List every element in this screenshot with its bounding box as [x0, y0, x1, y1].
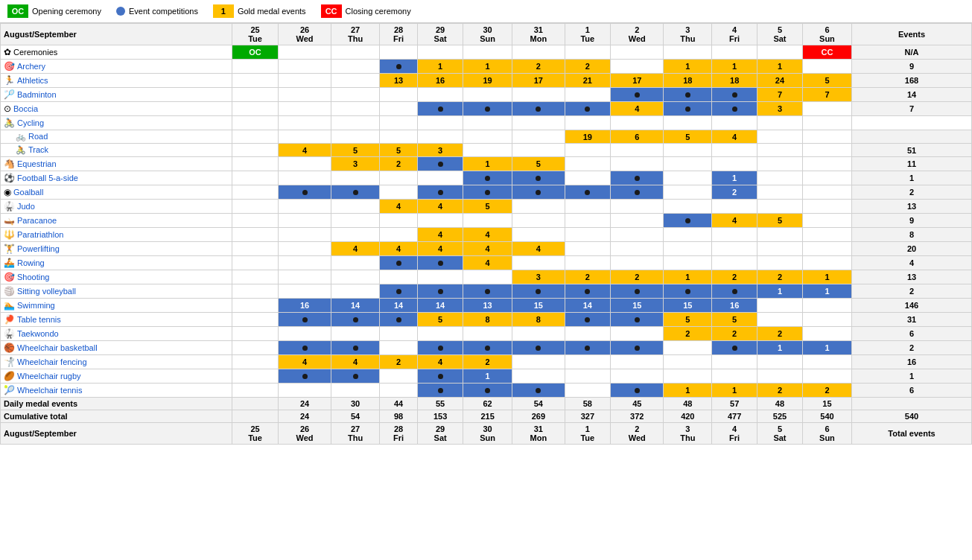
sport-link[interactable]: Paracanoe [17, 216, 57, 225]
schedule-cell [664, 341, 712, 355]
schedule-cell [232, 171, 279, 185]
cycling-sub-icon: 🚴 [16, 145, 26, 154]
schedule-cell [379, 45, 417, 60]
schedule-cell [565, 256, 611, 270]
schedule-cell [802, 242, 851, 256]
schedule-cell: 5 [379, 144, 417, 157]
schedule-cell [463, 144, 512, 157]
schedule-cell [331, 88, 380, 102]
sport-link[interactable]: Archery [17, 62, 45, 71]
schedule-cell [611, 60, 664, 74]
schedule-cell: 4 [418, 228, 463, 242]
sport-link[interactable]: Wheelchair basketball [17, 343, 98, 352]
schedule-cell: 17 [611, 74, 664, 88]
schedule-cell [418, 185, 463, 200]
schedule-cell [331, 130, 380, 144]
schedule-cell [664, 355, 712, 369]
schedule-cell [379, 369, 417, 384]
schedule-cell: 2 [379, 355, 417, 369]
sport-link[interactable]: Powerlifting [17, 244, 60, 253]
bottom-date-cell: 25Tue [232, 423, 279, 445]
schedule-cell [712, 88, 757, 102]
sport-link[interactable]: Boccia [13, 104, 38, 113]
cumulative-cell: 420 [664, 410, 712, 423]
table-row: 🚴Track455351 [1, 144, 972, 157]
sport-icon: 🥋 [4, 201, 15, 211]
schedule-cell [565, 313, 611, 327]
schedule-cell [664, 88, 712, 102]
schedule-cell [802, 200, 851, 214]
cycling-link[interactable]: Cycling [17, 118, 44, 127]
events-total: 16 [852, 355, 972, 369]
events-total: 31 [852, 313, 972, 327]
schedule-cell: 18 [712, 74, 757, 88]
schedule-cell [331, 45, 380, 60]
sport-link[interactable]: Wheelchair fencing [17, 357, 87, 366]
sport-link[interactable]: Taekwondo [17, 329, 59, 338]
schedule-cell [712, 157, 757, 171]
schedule-cell: 2 [757, 270, 803, 284]
day-31: 31Mon [512, 24, 565, 45]
schedule-cell: 2 [463, 355, 512, 369]
daily-medal-cell: 45 [611, 398, 664, 410]
sport-link[interactable]: Equestrian [17, 159, 57, 168]
schedule-cell: 13 [463, 299, 512, 313]
schedule-cell [379, 102, 417, 116]
sport-link[interactable]: Table tennis [17, 315, 61, 324]
events-total: 11 [852, 157, 972, 171]
schedule-cell [379, 384, 417, 398]
schedule-cell [565, 369, 611, 384]
event-dot [536, 176, 541, 181]
cycling-sport-label[interactable]: 🚴Cycling [1, 116, 232, 130]
sport-link[interactable]: Football 5-a-side [17, 174, 78, 182]
sport-link[interactable]: Judo [17, 202, 35, 211]
event-dot [396, 317, 401, 322]
sport-link[interactable]: Shooting [17, 273, 49, 281]
cycling-sub-label: Road [28, 132, 48, 141]
daily-medal-cell: 54 [512, 398, 565, 410]
schedule-cell [611, 341, 664, 355]
event-dot [302, 346, 308, 351]
schedule-cell [379, 256, 417, 270]
schedule-cell: 5 [664, 130, 712, 144]
schedule-cell: 6 [611, 130, 664, 144]
schedule-cell: 5 [802, 74, 851, 88]
schedule-cell [757, 228, 803, 242]
schedule-cell [331, 171, 380, 185]
schedule-cell [512, 369, 565, 384]
sport-link[interactable]: Paratriathlon [17, 230, 63, 239]
schedule-cell [232, 369, 279, 384]
schedule-cell: 5 [463, 200, 512, 214]
schedule-cell [565, 341, 611, 355]
schedule-cell [664, 102, 712, 116]
schedule-cell [664, 214, 712, 228]
schedule-cell: 19 [463, 74, 512, 88]
schedule-cell [278, 242, 331, 256]
sport-link[interactable]: Rowing [17, 258, 45, 267]
cycling-empty-cell [463, 116, 512, 130]
schedule-cell [232, 228, 279, 242]
sport-link[interactable]: Sitting volleyball [17, 287, 76, 296]
sport-link[interactable]: Athletics [17, 76, 48, 85]
schedule-cell [331, 384, 380, 398]
schedule-cell [802, 144, 851, 157]
schedule-cell [664, 228, 712, 242]
sport-link[interactable]: Wheelchair tennis [17, 386, 82, 395]
schedule-cell: 5 [331, 144, 380, 157]
cycling-sub-label: Track [28, 145, 48, 154]
sport-link[interactable]: Goalball [13, 188, 43, 197]
sport-icon: 🎯 [4, 272, 15, 282]
table-row: 🏀Wheelchair basketball112 [1, 341, 972, 355]
schedule-cell [379, 214, 417, 228]
schedule-cell [802, 313, 851, 327]
schedule-cell [232, 384, 279, 398]
event-dot [353, 346, 358, 351]
sport-link[interactable]: Wheelchair rugby [17, 372, 81, 381]
sport-link[interactable]: Swimming [17, 301, 55, 310]
sport-icon: 🎾 [4, 385, 15, 395]
event-dot [485, 190, 490, 195]
sport-link[interactable]: Badminton [17, 90, 57, 99]
schedule-cell [712, 369, 757, 384]
schedule-cell: 2 [757, 327, 803, 341]
event-dot [732, 289, 737, 294]
